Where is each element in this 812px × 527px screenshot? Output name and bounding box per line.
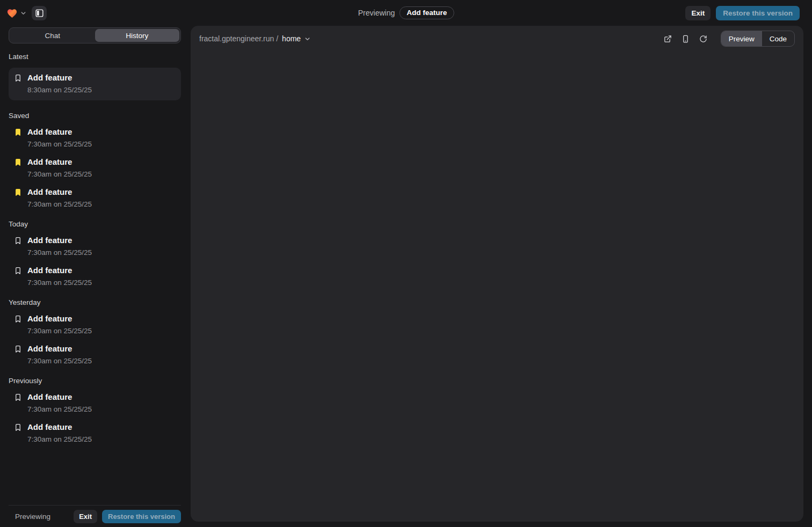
section-title: Today bbox=[9, 220, 181, 228]
refresh-icon bbox=[699, 35, 707, 43]
history-item[interactable]: Add feature 7:30am on 25/25/25 bbox=[9, 265, 181, 287]
history-item[interactable]: Add feature 7:30am on 25/25/25 bbox=[9, 343, 181, 365]
chevron-down-icon bbox=[20, 10, 26, 16]
history-item-time: 7:30am on 25/25/25 bbox=[27, 356, 92, 365]
bookmark-icon bbox=[14, 423, 22, 431]
history-item-title: Add feature bbox=[27, 235, 92, 246]
mobile-view-button[interactable] bbox=[679, 32, 693, 46]
previewing-label: Previewing bbox=[358, 9, 395, 17]
sidebar-footer: Previewing Exit Restore this version bbox=[9, 505, 181, 527]
footer-exit-button[interactable]: Exit bbox=[74, 510, 97, 523]
refresh-button[interactable] bbox=[697, 32, 711, 46]
preview-url-page: home bbox=[282, 34, 301, 43]
history-item-title: Add feature bbox=[27, 72, 92, 83]
version-badge[interactable]: Add feature bbox=[400, 6, 454, 19]
history-item[interactable]: Add feature 7:30am on 25/25/25 bbox=[9, 313, 181, 335]
history-item-title: Add feature bbox=[27, 265, 92, 276]
section-title: Latest bbox=[9, 53, 181, 61]
history-item-title: Add feature bbox=[27, 422, 92, 433]
heart-logo-icon bbox=[6, 8, 18, 18]
history-item-title: Add feature bbox=[27, 157, 92, 167]
history-item[interactable]: Add feature 7:30am on 25/25/25 bbox=[9, 187, 181, 209]
history-item-time: 7:30am on 25/25/25 bbox=[27, 326, 92, 335]
history-item[interactable]: Add feature 7:30am on 25/25/25 bbox=[9, 392, 181, 414]
preview-url-selector[interactable]: fractal.gptengineer.run / home bbox=[199, 34, 310, 43]
bookmark-saved-icon bbox=[14, 188, 22, 196]
bookmark-icon bbox=[14, 267, 22, 275]
history-item-time: 7:30am on 25/25/25 bbox=[27, 170, 92, 179]
history-item-time: 7:30am on 25/25/25 bbox=[27, 248, 92, 257]
history-section-today: Today Add feature 7:30am on 25/25/25 Add… bbox=[9, 220, 181, 287]
view-toggle-code[interactable]: Code bbox=[762, 31, 794, 46]
view-mode-toggle: Preview Code bbox=[721, 31, 795, 47]
bookmark-saved-icon bbox=[14, 128, 22, 136]
history-item-time: 7:30am on 25/25/25 bbox=[27, 405, 92, 414]
history-sidebar: Chat History Latest Add feature 8:30am o… bbox=[0, 26, 190, 527]
history-item-time: 7:30am on 25/25/25 bbox=[27, 200, 92, 209]
history-section-yesterday: Yesterday Add feature 7:30am on 25/25/25… bbox=[9, 298, 181, 365]
bookmark-icon bbox=[14, 393, 22, 401]
smartphone-icon bbox=[682, 35, 690, 43]
history-item-title: Add feature bbox=[27, 343, 92, 354]
tab-chat[interactable]: Chat bbox=[10, 29, 95, 42]
bookmark-icon bbox=[14, 345, 22, 353]
history-item-title: Add feature bbox=[27, 127, 92, 137]
history-item[interactable]: Add feature 7:30am on 25/25/25 bbox=[9, 157, 181, 179]
app-logo-menu[interactable] bbox=[6, 8, 26, 18]
history-item-time: 7:30am on 25/25/25 bbox=[27, 435, 92, 444]
section-title: Previously bbox=[9, 377, 181, 385]
history-item-title: Add feature bbox=[27, 313, 92, 324]
topbar: Previewing Add feature Exit Restore this… bbox=[0, 0, 812, 26]
topbar-status: Previewing Add feature bbox=[358, 0, 454, 26]
history-item-time: 7:30am on 25/25/25 bbox=[27, 278, 92, 287]
history-section-saved: Saved Add feature 7:30am on 25/25/25 Add… bbox=[9, 112, 181, 209]
chevron-down-icon bbox=[305, 36, 310, 42]
bookmark-saved-icon bbox=[14, 158, 22, 166]
history-list: Latest Add feature 8:30am on 25/25/25 Sa… bbox=[9, 43, 181, 505]
preview-header: fractal.gptengineer.run / home bbox=[191, 26, 803, 52]
view-toggle-preview[interactable]: Preview bbox=[721, 31, 762, 46]
section-title: Yesterday bbox=[9, 298, 181, 306]
history-item[interactable]: Add feature 7:30am on 25/25/25 bbox=[9, 127, 181, 149]
open-in-new-tab-button[interactable] bbox=[661, 32, 675, 46]
history-item-title: Add feature bbox=[27, 187, 92, 197]
tab-history[interactable]: History bbox=[95, 29, 180, 42]
preview-url-domain: fractal.gptengineer.run / bbox=[199, 34, 278, 43]
footer-previewing-label: Previewing bbox=[15, 513, 50, 521]
history-item-title: Add feature bbox=[27, 392, 92, 402]
history-section-latest: Latest Add feature 8:30am on 25/25/25 bbox=[9, 53, 181, 100]
footer-restore-version-button[interactable]: Restore this version bbox=[102, 510, 181, 523]
bookmark-icon bbox=[14, 237, 22, 245]
history-item[interactable]: Add feature 8:30am on 25/25/25 bbox=[9, 68, 181, 100]
history-item-time: 8:30am on 25/25/25 bbox=[27, 85, 92, 94]
restore-version-button[interactable]: Restore this version bbox=[716, 6, 800, 20]
history-item[interactable]: Add feature 7:30am on 25/25/25 bbox=[9, 422, 181, 444]
section-title: Saved bbox=[9, 112, 181, 120]
bookmark-icon bbox=[14, 74, 22, 82]
history-section-previously: Previously Add feature 7:30am on 25/25/2… bbox=[9, 377, 181, 444]
sidebar-toggle-button[interactable] bbox=[32, 6, 47, 20]
external-link-icon bbox=[664, 35, 672, 43]
panel-left-icon bbox=[35, 9, 44, 18]
history-item-time: 7:30am on 25/25/25 bbox=[27, 140, 92, 149]
history-item[interactable]: Add feature 7:30am on 25/25/25 bbox=[9, 235, 181, 257]
bookmark-icon bbox=[14, 315, 22, 323]
exit-button[interactable]: Exit bbox=[685, 6, 711, 20]
preview-panel: fractal.gptengineer.run / home bbox=[191, 26, 803, 522]
sidebar-tabs: Chat History bbox=[9, 27, 181, 43]
preview-viewport bbox=[191, 52, 803, 522]
